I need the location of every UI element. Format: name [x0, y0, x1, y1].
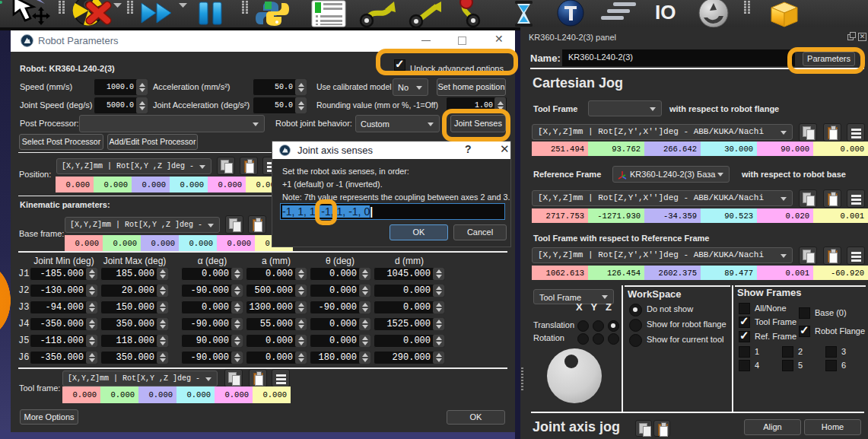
- svg-text:IO: IO: [655, 1, 676, 24]
